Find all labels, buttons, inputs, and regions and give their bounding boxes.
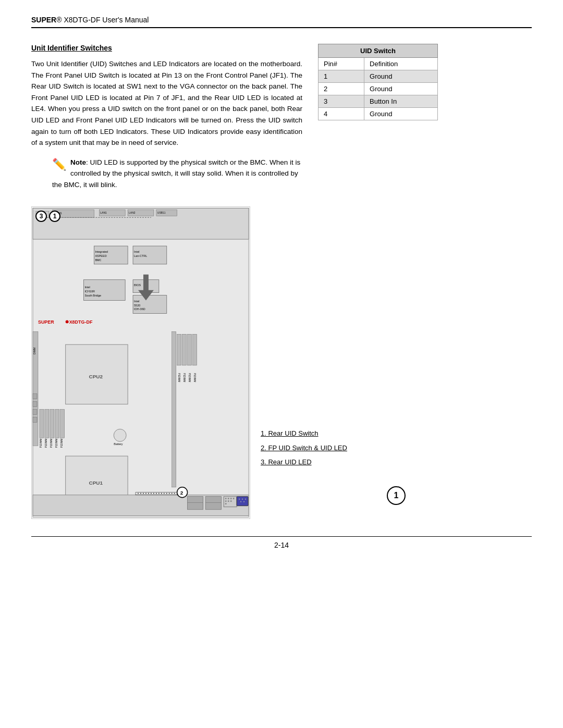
def-2: Ground — [364, 83, 438, 95]
content-area: Unit Identifier Switches Two Unit Identi… — [31, 44, 532, 196]
svg-text:Integrated: Integrated — [95, 250, 108, 253]
svg-rect-55 — [205, 496, 221, 502]
svg-point-90 — [138, 492, 139, 493]
svg-point-104 — [174, 492, 175, 493]
svg-point-59 — [228, 498, 229, 499]
svg-text:Intel: Intel — [85, 285, 90, 288]
diagram-area: 3 1 VGA DIMM1 LAN1 — [31, 206, 532, 521]
page-header: SUPER® X8DTG-DF User's Manual — [31, 16, 532, 28]
svg-point-63 — [228, 500, 229, 502]
svg-point-70 — [240, 501, 241, 502]
diagram-labels: 1. Rear UID Switch 2. FP UID Switch & UI… — [261, 375, 532, 470]
bottom-right-callout: 1 — [261, 486, 532, 505]
page-number: 2-14 — [274, 541, 289, 549]
manual-title: X8DTG-DF User's Manual — [64, 16, 149, 24]
svg-point-30 — [66, 320, 69, 323]
col-pin-header: Pin# — [319, 58, 364, 70]
svg-point-101 — [166, 492, 167, 493]
svg-point-97 — [156, 492, 157, 493]
svg-rect-52 — [188, 496, 203, 502]
svg-text:P1DIMM: P1DIMM — [45, 438, 47, 448]
svg-text:P1DIMM: P1DIMM — [50, 438, 53, 448]
svg-point-102 — [169, 492, 170, 493]
svg-rect-38 — [33, 409, 37, 414]
svg-text:LAN2: LAN2 — [129, 212, 136, 214]
note-text: Note: UID LED is supported by the physic… — [52, 158, 300, 189]
svg-rect-45 — [177, 334, 181, 365]
svg-point-69 — [245, 498, 246, 499]
svg-point-94 — [148, 492, 149, 493]
pencil-icon: ✏️ — [52, 158, 66, 171]
svg-rect-77 — [55, 409, 59, 438]
note-content: : UID LED is supported by the physical s… — [52, 158, 300, 189]
svg-text:P1DIMM: P1DIMM — [40, 438, 42, 448]
svg-rect-39 — [33, 417, 37, 422]
svg-point-95 — [151, 492, 152, 493]
diagram-container: 3 1 VGA DIMM1 LAN1 — [31, 206, 250, 521]
pin-3: 3 — [319, 95, 364, 108]
svg-point-99 — [161, 492, 162, 493]
def-3: Button In — [364, 95, 438, 108]
table-row: 3 Button In — [319, 95, 438, 108]
header-title: SUPER® X8DTG-DF User's Manual — [31, 16, 149, 24]
note-label: Note — [70, 158, 86, 166]
svg-point-65 — [225, 503, 227, 504]
page-footer: 2-14 — [31, 536, 532, 549]
svg-point-91 — [140, 492, 141, 493]
pin-4: 4 — [319, 108, 364, 120]
table-row: 2 Ground — [319, 83, 438, 95]
svg-point-100 — [164, 492, 165, 493]
label-2: 2. FP UID Switch & UID LED — [261, 442, 532, 454]
svg-rect-53 — [188, 502, 203, 509]
top-callouts: 3 1 — [35, 211, 60, 222]
svg-text:2: 2 — [180, 489, 183, 495]
svg-rect-36 — [33, 393, 37, 399]
svg-point-96 — [153, 492, 154, 493]
label-1: 1. Rear UID Switch — [261, 427, 532, 439]
svg-text:Intel: Intel — [134, 299, 139, 302]
left-column: Unit Identifier Switches Two Unit Identi… — [31, 44, 302, 196]
svg-text:SUPER: SUPER — [38, 319, 54, 325]
page: SUPER® X8DTG-DF User's Manual Unit Ident… — [0, 0, 563, 728]
table-row: 4 Ground — [319, 108, 438, 120]
section-title: Unit Identifier Switches — [31, 44, 302, 52]
def-1: Ground — [364, 70, 438, 83]
pin-2: 2 — [319, 83, 364, 95]
svg-text:P1DIMM: P1DIMM — [183, 373, 186, 382]
table-row: 1 Ground — [319, 70, 438, 83]
svg-text:P1DIMM: P1DIMM — [178, 373, 180, 382]
note-box: ✏️ Note: UID LED is supported by the phy… — [52, 157, 302, 191]
col-def-header: Definition — [364, 58, 438, 70]
svg-text:USB11: USB11 — [157, 212, 166, 214]
svg-rect-48 — [193, 334, 197, 365]
svg-text:X8DTG-DF: X8DTG-DF — [69, 319, 93, 325]
svg-rect-47 — [188, 334, 192, 365]
svg-text:DIMM: DIMM — [33, 347, 36, 354]
svg-rect-56 — [205, 502, 221, 509]
svg-rect-75 — [45, 409, 49, 438]
svg-text:P1DIMM: P1DIMM — [188, 373, 191, 382]
svg-text:ASPEED: ASPEED — [95, 254, 106, 257]
callout-1-top: 1 — [49, 211, 60, 222]
label-3: 3. Rear UID LED — [261, 456, 532, 468]
callout-3: 3 — [35, 211, 47, 222]
svg-text:IOH-36D: IOH-36D — [134, 307, 145, 311]
pin-1: 1 — [319, 70, 364, 83]
svg-text:CPU1: CPU1 — [89, 479, 103, 485]
svg-point-61 — [233, 498, 235, 499]
svg-point-93 — [145, 492, 146, 493]
def-4: Ground — [364, 108, 438, 120]
callout-1-bottom: 1 — [387, 486, 406, 505]
svg-text:LAN1: LAN1 — [100, 212, 107, 214]
svg-text:5520: 5520 — [134, 303, 140, 306]
uid-switch-table: UID Switch Pin# Definition 1 Ground 2 Gr… — [318, 44, 438, 120]
svg-rect-74 — [40, 409, 44, 438]
svg-rect-37 — [33, 401, 37, 406]
svg-text:CPU2: CPU2 — [89, 373, 103, 379]
svg-rect-46 — [182, 334, 187, 365]
motherboard-diagram: VGA DIMM1 LAN1 LAN2 USB11 Integrated ASP… — [31, 206, 250, 519]
svg-point-40 — [114, 429, 126, 441]
svg-point-58 — [225, 498, 227, 499]
svg-rect-66 — [237, 496, 248, 505]
svg-point-71 — [243, 501, 244, 502]
